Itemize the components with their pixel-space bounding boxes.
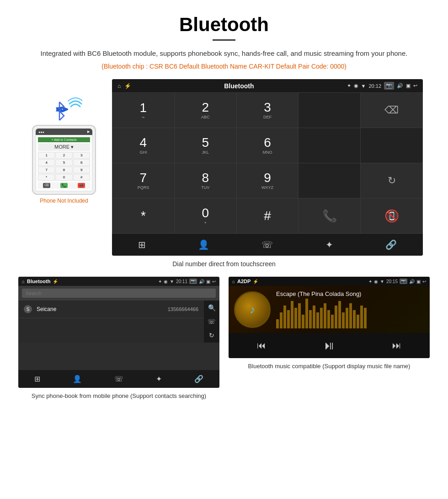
phonebook-screen-wrap: ⌂ Bluetooth ⚡ ✦ ◉ ▼ 20:11 📷 🔊 ▣ ↩	[18, 277, 219, 401]
music-home-icon[interactable]: ⌂	[232, 279, 235, 284]
pb-caption-text: Sync phone-book from mobile phone (Suppo…	[32, 392, 206, 399]
pb-contact-letter: S	[24, 305, 32, 313]
bottom-person-icon[interactable]: 👤	[198, 239, 209, 250]
bottom-grid-icon[interactable]: ⊞	[138, 239, 146, 250]
location-icon: ◉	[354, 83, 358, 89]
music-screen: ⌂ A2DP ⚡ ✦ ◉ ▼ 20:15 📷 🔊 ▣ ↩ ♪	[229, 277, 430, 358]
phone-keypad: 123 456 789 *0#	[38, 152, 90, 181]
car-bottom-bar: ⊞ 👤 ☏ ✦ 🔗	[112, 234, 423, 256]
status-right-area: ✦ ◉ ▼ 20:12 📷 🔊 ▣ ↩	[347, 82, 417, 90]
specs-line: (Bluetooth chip : CSR BC6 Default Blueto…	[18, 63, 430, 70]
dial-key-3[interactable]: 3DEF	[237, 93, 299, 128]
page-title: Bluetooth	[18, 14, 430, 36]
back-icon[interactable]: ↩	[413, 83, 417, 89]
pb-home-icon[interactable]: ⌂	[22, 279, 25, 284]
svg-text:✒: ✒	[55, 101, 69, 119]
car-status-bar: ⌂ ⚡ Bluetooth ✦ ◉ ▼ 20:12 📷 🔊 ▣ ↩	[112, 79, 423, 92]
pb-call-side-icon[interactable]: ☏	[208, 318, 216, 325]
pb-bottom-bar: ⊞ 👤 ☏ ✦ 🔗	[18, 370, 219, 388]
music-caption: Bluetooth music compatible (Support disp…	[229, 362, 430, 371]
pb-empty-space	[18, 343, 219, 370]
pb-side-icons: 🔍 ☏ ↻	[204, 300, 219, 343]
pb-contact-name: Seicane	[37, 306, 168, 312]
dial-key-6[interactable]: 6MNO	[237, 128, 299, 163]
pb-contact-row[interactable]: S Seicane 13566664466	[18, 300, 204, 318]
dial-key-1[interactable]: 1∞	[112, 93, 174, 128]
dial-key-hash[interactable]: #	[237, 199, 299, 233]
pb-back-icon[interactable]: ↩	[212, 279, 216, 284]
dial-key-9[interactable]: 9WXYZ	[237, 163, 299, 198]
pb-time: 20:11	[176, 279, 187, 284]
dial-key-star[interactable]: *	[112, 199, 174, 233]
music-wifi-icon: ▼	[380, 279, 384, 284]
pb-bottom-person-icon[interactable]: 👤	[73, 375, 82, 383]
camera-icon[interactable]: 📷	[384, 82, 394, 90]
music-scr-icon[interactable]: ▣	[416, 279, 421, 284]
phone-screen: + Add to Contacts MORE ▾ 123 456 789 *0#…	[36, 135, 92, 191]
screen-icon[interactable]: ▣	[406, 83, 411, 89]
bottom-bluetooth-icon[interactable]: ✦	[325, 239, 333, 250]
pb-bottom-phone-icon[interactable]: ☏	[114, 375, 123, 383]
phone-top-bar: ●●●▶	[36, 129, 92, 135]
main-demo-area: ✒ ●●●▶ + Add to Contacts MORE ▾ 123 456 …	[18, 79, 430, 256]
pb-search-side-icon[interactable]: 🔍	[208, 304, 216, 311]
bluetooth-status-icon: ✦	[347, 83, 351, 89]
music-bt-icon: ✦	[368, 279, 372, 284]
phone-bottom-bar: ⌫ 📞 📵	[38, 182, 90, 189]
music-cam-icon[interactable]: 📷	[400, 279, 407, 284]
music-bt-overlay-icon: ♪	[250, 303, 255, 316]
dial-call-green-key[interactable]: 📞	[299, 199, 360, 233]
pb-caption: Sync phone-book from mobile phone (Suppo…	[18, 392, 219, 401]
pb-bottom-bt-icon[interactable]: ✦	[156, 375, 162, 383]
pb-wifi-icon: ▼	[170, 279, 174, 284]
dial-key-2[interactable]: 2ABC	[175, 93, 236, 128]
wifi-signal-icon: ▼	[361, 83, 366, 89]
title-divider	[213, 39, 235, 41]
dial-key-7[interactable]: 7PQRS	[112, 163, 174, 198]
pb-contact-list: S Seicane 13566664466	[18, 300, 204, 343]
dial-cell-empty-1	[299, 93, 360, 128]
usb-icon: ⚡	[124, 83, 131, 89]
pb-bottom-grid-icon[interactable]: ⊞	[34, 375, 40, 383]
pb-vol-icon[interactable]: 🔊	[199, 279, 204, 284]
music-album-art: ♪	[234, 291, 271, 328]
clock: 20:12	[368, 83, 381, 89]
pb-contact-number: 13566664466	[168, 306, 198, 312]
phone-side: ✒ ●●●▶ + Add to Contacts MORE ▾ 123 456 …	[25, 93, 103, 204]
dial-caption: Dial number direct from touchscreen	[18, 260, 430, 268]
dial-key-0[interactable]: 0+	[175, 199, 236, 233]
dial-key-5[interactable]: 5JKL	[175, 128, 236, 163]
pb-cam-icon[interactable]: 📷	[189, 279, 197, 284]
music-vol-icon[interactable]: 🔊	[409, 279, 415, 284]
music-back-icon[interactable]: ↩	[422, 279, 426, 284]
dial-key-4[interactable]: 4GHI	[112, 128, 174, 163]
phonebook-screen: ⌂ Bluetooth ⚡ ✦ ◉ ▼ 20:11 📷 🔊 ▣ ↩	[18, 277, 219, 388]
bottom-link-icon[interactable]: 🔗	[385, 239, 397, 250]
pb-bottom-link-icon[interactable]: 🔗	[194, 375, 203, 383]
pb-refresh-side-icon[interactable]: ↻	[209, 332, 214, 339]
pb-search-input[interactable]	[22, 289, 216, 298]
music-title: A2DP	[237, 279, 251, 284]
dial-cell-empty-4	[299, 163, 360, 198]
dial-backspace-key[interactable]: ⌫	[361, 93, 422, 128]
car-dialpad-screen: ⌂ ⚡ Bluetooth ✦ ◉ ▼ 20:12 📷 🔊 ▣ ↩ 1∞ 2A	[112, 79, 423, 256]
home-icon[interactable]: ⌂	[117, 83, 121, 89]
dial-cell-empty-3	[361, 128, 422, 163]
dial-reload-key[interactable]: ↻	[361, 163, 422, 198]
music-play-pause-icon[interactable]: ⏯	[323, 338, 335, 353]
music-status-bar: ⌂ A2DP ⚡ ✦ ◉ ▼ 20:15 📷 🔊 ▣ ↩	[229, 277, 430, 286]
dial-call-red-key[interactable]: 📵	[361, 199, 422, 233]
status-left-icons: ⌂ ⚡	[117, 83, 131, 89]
phone-not-included-label: Phone Not Included	[40, 198, 88, 204]
dial-key-8[interactable]: 8TUV	[175, 163, 236, 198]
music-prev-icon[interactable]: ⏮	[257, 340, 266, 351]
pb-scr-icon[interactable]: ▣	[206, 279, 210, 284]
music-info-area: Escape (The Pina Colada Song)	[276, 290, 424, 328]
volume-icon[interactable]: 🔊	[397, 83, 403, 89]
music-loc-icon: ◉	[374, 279, 378, 284]
music-time: 20:15	[386, 279, 398, 284]
music-next-icon[interactable]: ⏭	[392, 340, 401, 351]
pb-title: Bluetooth	[27, 279, 50, 284]
bottom-phone-icon[interactable]: ☏	[261, 239, 273, 250]
pb-loc-icon: ◉	[164, 279, 168, 284]
